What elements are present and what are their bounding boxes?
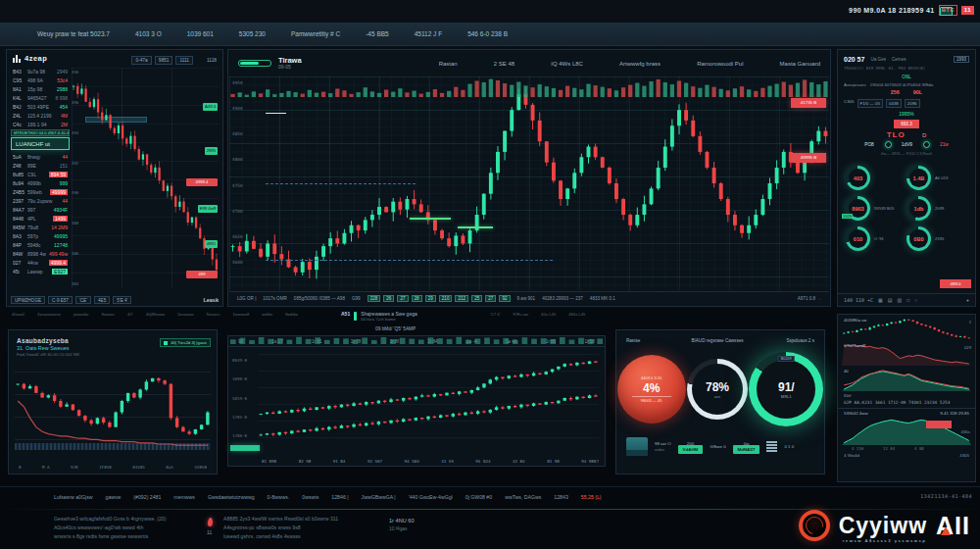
confirm-button[interactable]: VdAHM xyxy=(678,445,704,454)
panel-b-tabs[interactable]: 09 bMd/ 'Q5' 5AMP xyxy=(375,326,416,331)
add-icon[interactable]: + xyxy=(966,297,969,303)
chart-footer-button[interactable]: UPWZHOGE xyxy=(11,296,45,304)
timeframe-button[interactable]: 'CE' xyxy=(75,296,91,304)
chart-menu-item[interactable]: Masta Ganuard xyxy=(780,61,820,67)
timeframe-button[interactable]: C-9 E57 xyxy=(48,296,73,304)
price: 15p 98 xyxy=(27,86,57,92)
chart-menu-item[interactable]: Ramorowoodi Pul xyxy=(697,61,743,67)
change-chip: 12748 xyxy=(54,242,68,248)
watchlist-mini-chart[interactable]: 498496494492490488486484 A49 42995E99 4w… xyxy=(72,68,219,288)
apply-button[interactable]: MdNA5T xyxy=(733,445,760,454)
toolbar-item[interactable]: 1039 601 xyxy=(187,30,214,37)
gauge-label-2: BIAUD regsrase Cawsses xyxy=(677,338,758,343)
square-icon[interactable]: □ xyxy=(906,297,909,303)
stat-box[interactable]: 2096 xyxy=(905,99,920,108)
watchlist-row[interactable]: C95 498 9A 53c4 xyxy=(11,75,70,84)
alert-badge[interactable]: 11 xyxy=(961,6,974,15)
toolbar-item[interactable]: -45 BB5 xyxy=(366,30,389,37)
watchlist-row[interactable]: K4L 9465427 8 998 xyxy=(11,93,70,102)
mini-chart-row[interactable]: a/Tw/Twod8 029 xyxy=(842,343,971,366)
rows-icon[interactable]: ▤ xyxy=(888,297,893,303)
area-chart-row[interactable]: 430s xyxy=(842,418,971,445)
comparison-chart-panel: 09 bMd/ 'Q5' 5AMP 981s 171r 811r 781r 8f… xyxy=(227,335,606,467)
main-chart-area[interactable]: 49504900485048004750470046504600 41735 B… xyxy=(229,76,829,290)
price-tag: E99 4w9 xyxy=(198,205,218,213)
watchlist-row[interactable]: 8u85 C9L 894 59 xyxy=(11,170,70,178)
watchlist-row[interactable]: B43 9u7a 98 2949 xyxy=(11,67,70,75)
chart-menu-item[interactable]: 2 SE 48 xyxy=(494,61,514,67)
session-chip: 29 xyxy=(425,295,436,302)
meta-item: 9wd4w xyxy=(285,312,298,317)
meta-item: 1wswww xyxy=(177,312,194,317)
session-stats: 990 M9.0A 18 218959 41 xyxy=(849,7,935,14)
disclaimer-left: Geswfrve3 wrlcagfafsfvd0 Gvss b 4rgrryww… xyxy=(54,515,166,541)
watchlist-row[interactable]: Z4B5 599wb 49999 xyxy=(11,187,70,196)
watchlist-row[interactable]: 027 44rw 4999.4 xyxy=(11,258,70,267)
toolbar-item[interactable]: 546 6-0 238 B xyxy=(467,30,508,37)
status-item: 0-8wwws. xyxy=(268,494,290,500)
status-dot-icon[interactable] xyxy=(923,141,930,148)
watchlist-row[interactable]: C4c 199.1 94 2M xyxy=(11,120,70,128)
watchlist-row[interactable]: 84W 8998 4w 499 49w xyxy=(11,249,70,258)
alert-block xyxy=(926,421,952,428)
mini-chart-row[interactable]: 40 xyxy=(842,369,971,391)
stats-title: 020 57 xyxy=(844,56,864,63)
price-tag: 2995 xyxy=(205,147,218,155)
list-icon[interactable] xyxy=(766,441,777,452)
toolbar-item[interactable]: Weuy praw te feat 5023.7 xyxy=(37,30,110,37)
watchlist-tab[interactable]: 0-47a xyxy=(131,56,151,65)
monitor-icon[interactable] xyxy=(940,7,953,16)
main-chart-y-axis: 49504900485048004750470046504600 xyxy=(232,80,252,265)
watchlist-tab-extra[interactable]: 1118 xyxy=(207,58,217,63)
status-alert: 55,25 (L) xyxy=(581,494,602,500)
ticker: 45i xyxy=(13,269,27,274)
chart-menu-item[interactable]: IQ 4Ws L8C xyxy=(551,61,583,67)
watchlist-row[interactable]: 2397 79u 2upww 44 xyxy=(11,196,70,205)
watchlist-row[interactable]: 5uA 8rwqy 44 xyxy=(11,152,70,161)
watchlist-row[interactable]: Z48 89E 151 xyxy=(11,161,70,170)
watchlist-row[interactable]: B4J 503 49PE 454 xyxy=(11,102,70,111)
chart-menu-item[interactable]: Artwwwfg brass xyxy=(619,61,661,67)
columns-icon[interactable]: ▥ xyxy=(898,297,903,303)
watchlist-row[interactable]: 8u94 4999b 999 xyxy=(11,178,70,187)
status-item: Lufsasrw a0Gjsw xyxy=(54,494,93,500)
status-item: 0j GW08 #0 xyxy=(466,494,492,500)
timeframe-button[interactable]: 5'E 4' xyxy=(113,296,131,304)
session-chip: 228 xyxy=(368,295,381,302)
grid-icon[interactable]: ▦ xyxy=(878,297,883,303)
watchlist-row[interactable]: 84A7 997 4934F xyxy=(11,205,70,214)
watchlist-row[interactable]: 8448 4PL 1499 xyxy=(11,214,70,223)
price: 597p xyxy=(27,233,54,239)
watchlist-row[interactable]: Z4L 115.4 2199 4M xyxy=(11,111,70,120)
watchlist-row[interactable]: 45i Lawwp E927 xyxy=(11,267,70,275)
watchlist-row[interactable]: 845M 79u8 14 2M9 xyxy=(11,223,70,231)
circle-icon[interactable]: ○ xyxy=(914,297,917,303)
toolbar-item[interactable]: 4103 3 O xyxy=(135,30,162,37)
folder-icon[interactable] xyxy=(626,437,648,456)
watchlist-row[interactable]: 8A3 597p 49995 xyxy=(11,231,70,240)
stat-box[interactable]: F1/0 — 05 xyxy=(858,99,884,108)
toolbar-item[interactable]: 5305 230 xyxy=(239,30,266,37)
watchlist-tab[interactable]: 1111 xyxy=(175,56,193,65)
ticker: Z4L xyxy=(13,113,27,119)
panel-a-badge[interactable]: 40| Ties2d 4| |gave xyxy=(160,338,211,347)
stat-box[interactable]: 0438 xyxy=(886,99,902,108)
watchlist-row[interactable]: 8A1 15p 98 2988 xyxy=(11,84,70,93)
stat-red-value: 256 xyxy=(891,89,900,95)
toolbar-item[interactable]: 45112 J F xyxy=(415,30,442,37)
panel-a-chart[interactable] xyxy=(15,372,211,452)
toolbar-item[interactable]: Pamwwretitiy # C xyxy=(291,30,340,37)
stat-gauge: 010 O '91 xyxy=(846,226,906,251)
watchlist-tab[interactable]: 9851 xyxy=(155,56,173,65)
price: 9u7a 98 xyxy=(27,69,57,75)
ticker: 84A7 xyxy=(13,207,27,213)
mini-chart-row[interactable]: 4031R0a vw 1 xyxy=(842,318,971,340)
selected-symbol-box[interactable]: LUANCHF ut xyxy=(11,137,70,150)
stats-badge[interactable]: 1993 xyxy=(954,56,969,63)
timeframe-button[interactable]: 4E5 xyxy=(94,296,110,304)
status-dot-icon[interactable] xyxy=(885,141,892,148)
watchlist-row[interactable]: 84P 5948c 12748 xyxy=(11,240,70,249)
chart-menu-item[interactable]: Rastan xyxy=(439,61,458,67)
panel-b-chart[interactable] xyxy=(258,354,599,442)
price: 79u8 xyxy=(27,225,51,230)
